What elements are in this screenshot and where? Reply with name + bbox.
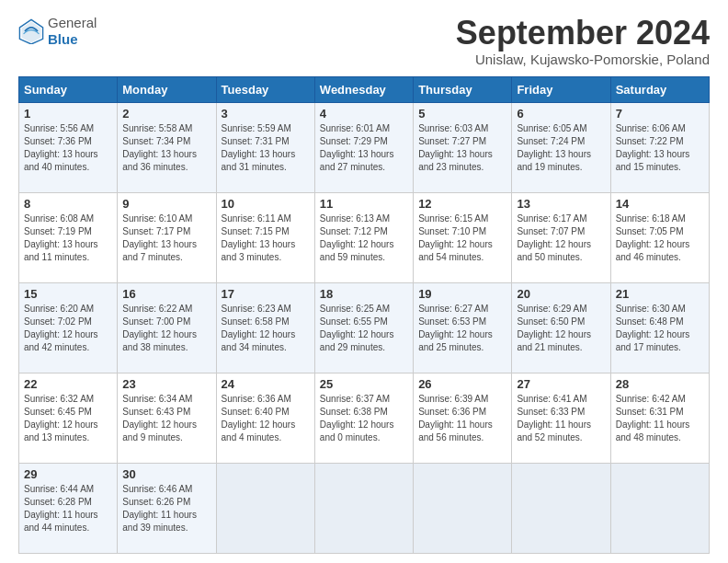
table-row: 6Sunrise: 6:05 AM Sunset: 7:24 PM Daylig… [512,102,610,192]
day-info: Sunrise: 6:01 AM Sunset: 7:29 PM Dayligh… [320,122,408,174]
day-info: Sunrise: 5:56 AM Sunset: 7:36 PM Dayligh… [24,122,112,174]
day-number: 22 [24,377,112,391]
col-thursday: Thursday [414,76,512,102]
day-info: Sunrise: 6:27 AM Sunset: 6:53 PM Dayligh… [418,303,506,354]
table-row [216,463,314,553]
table-row: 11Sunrise: 6:13 AM Sunset: 7:12 PM Dayli… [314,192,413,282]
col-tuesday: Tuesday [216,76,314,102]
day-info: Sunrise: 6:46 AM Sunset: 6:26 PM Dayligh… [122,483,210,534]
day-info: Sunrise: 6:30 AM Sunset: 6:48 PM Dayligh… [616,303,704,354]
title-block: September 2024 Unislaw, Kujawsko-Pomorsk… [456,15,710,67]
day-info: Sunrise: 6:17 AM Sunset: 7:07 PM Dayligh… [517,213,605,264]
day-number: 29 [24,467,112,481]
day-number: 30 [122,467,210,481]
day-number: 25 [320,377,408,391]
table-row: 27Sunrise: 6:41 AM Sunset: 6:33 PM Dayli… [512,373,610,463]
day-info: Sunrise: 6:44 AM Sunset: 6:28 PM Dayligh… [24,483,112,534]
day-number: 6 [517,107,605,121]
col-friday: Friday [512,76,610,102]
day-info: Sunrise: 6:23 AM Sunset: 6:58 PM Dayligh… [222,303,310,354]
day-number: 4 [320,107,408,121]
table-row: 26Sunrise: 6:39 AM Sunset: 6:36 PM Dayli… [414,373,512,463]
day-number: 24 [222,377,310,391]
header: General Blue September 2024 Unislaw, Kuj… [18,15,710,67]
calendar-week-row: 29Sunrise: 6:44 AM Sunset: 6:28 PM Dayli… [19,463,710,553]
day-number: 7 [616,107,704,121]
table-row: 10Sunrise: 6:11 AM Sunset: 7:15 PM Dayli… [216,192,314,282]
day-number: 11 [320,197,408,211]
location: Unislaw, Kujawsko-Pomorskie, Poland [456,52,710,67]
table-row [610,463,709,553]
calendar-header-row: Sunday Monday Tuesday Wednesday Thursday… [19,76,710,102]
calendar-week-row: 22Sunrise: 6:32 AM Sunset: 6:45 PM Dayli… [19,373,710,463]
day-info: Sunrise: 6:25 AM Sunset: 6:55 PM Dayligh… [320,303,408,354]
day-info: Sunrise: 6:08 AM Sunset: 7:19 PM Dayligh… [24,213,112,264]
table-row: 9Sunrise: 6:10 AM Sunset: 7:17 PM Daylig… [118,192,216,282]
day-info: Sunrise: 6:39 AM Sunset: 6:36 PM Dayligh… [418,393,506,444]
day-info: Sunrise: 6:37 AM Sunset: 6:38 PM Dayligh… [320,393,408,444]
day-number: 14 [616,197,704,211]
table-row [512,463,610,553]
day-number: 13 [517,197,605,211]
table-row: 12Sunrise: 6:15 AM Sunset: 7:10 PM Dayli… [414,192,512,282]
day-info: Sunrise: 6:22 AM Sunset: 7:00 PM Dayligh… [122,303,210,354]
table-row: 25Sunrise: 6:37 AM Sunset: 6:38 PM Dayli… [314,373,413,463]
day-number: 10 [222,197,310,211]
day-info: Sunrise: 6:41 AM Sunset: 6:33 PM Dayligh… [517,393,605,444]
day-number: 17 [222,287,310,301]
day-info: Sunrise: 6:10 AM Sunset: 7:17 PM Dayligh… [122,213,210,264]
calendar-week-row: 15Sunrise: 6:20 AM Sunset: 7:02 PM Dayli… [19,282,710,373]
table-row: 23Sunrise: 6:34 AM Sunset: 6:43 PM Dayli… [118,373,216,463]
day-info: Sunrise: 6:34 AM Sunset: 6:43 PM Dayligh… [122,393,210,444]
logo-blue-text: Blue [48,31,78,47]
day-number: 26 [418,377,506,391]
day-number: 2 [122,107,210,121]
table-row: 17Sunrise: 6:23 AM Sunset: 6:58 PM Dayli… [216,282,314,373]
day-number: 8 [24,197,112,211]
table-row: 14Sunrise: 6:18 AM Sunset: 7:05 PM Dayli… [610,192,709,282]
table-row: 13Sunrise: 6:17 AM Sunset: 7:07 PM Dayli… [512,192,610,282]
day-number: 15 [24,287,112,301]
calendar: Sunday Monday Tuesday Wednesday Thursday… [18,76,710,554]
table-row: 5Sunrise: 6:03 AM Sunset: 7:27 PM Daylig… [414,102,512,192]
col-saturday: Saturday [610,76,709,102]
day-info: Sunrise: 6:03 AM Sunset: 7:27 PM Dayligh… [418,122,506,174]
day-info: Sunrise: 5:59 AM Sunset: 7:31 PM Dayligh… [222,122,310,174]
day-info: Sunrise: 6:13 AM Sunset: 7:12 PM Dayligh… [320,213,408,264]
day-number: 1 [24,107,112,121]
table-row: 1Sunrise: 5:56 AM Sunset: 7:36 PM Daylig… [19,102,118,192]
day-number: 27 [517,377,605,391]
table-row: 16Sunrise: 6:22 AM Sunset: 7:00 PM Dayli… [118,282,216,373]
table-row: 7Sunrise: 6:06 AM Sunset: 7:22 PM Daylig… [610,102,709,192]
table-row: 2Sunrise: 5:58 AM Sunset: 7:34 PM Daylig… [118,102,216,192]
table-row: 19Sunrise: 6:27 AM Sunset: 6:53 PM Dayli… [414,282,512,373]
day-number: 18 [320,287,408,301]
month-year: September 2024 [456,15,710,52]
table-row: 28Sunrise: 6:42 AM Sunset: 6:31 PM Dayli… [610,373,709,463]
table-row: 18Sunrise: 6:25 AM Sunset: 6:55 PM Dayli… [314,282,413,373]
table-row: 22Sunrise: 6:32 AM Sunset: 6:45 PM Dayli… [19,373,118,463]
day-info: Sunrise: 5:58 AM Sunset: 7:34 PM Dayligh… [122,122,210,174]
table-row: 24Sunrise: 6:36 AM Sunset: 6:40 PM Dayli… [216,373,314,463]
table-row: 4Sunrise: 6:01 AM Sunset: 7:29 PM Daylig… [314,102,413,192]
col-wednesday: Wednesday [314,76,413,102]
calendar-week-row: 1Sunrise: 5:56 AM Sunset: 7:36 PM Daylig… [19,102,710,192]
table-row: 15Sunrise: 6:20 AM Sunset: 7:02 PM Dayli… [19,282,118,373]
table-row: 21Sunrise: 6:30 AM Sunset: 6:48 PM Dayli… [610,282,709,373]
day-number: 21 [616,287,704,301]
day-info: Sunrise: 6:11 AM Sunset: 7:15 PM Dayligh… [222,213,310,264]
day-number: 16 [122,287,210,301]
table-row: 20Sunrise: 6:29 AM Sunset: 6:50 PM Dayli… [512,282,610,373]
day-info: Sunrise: 6:36 AM Sunset: 6:40 PM Dayligh… [222,393,310,444]
day-number: 12 [418,197,506,211]
day-info: Sunrise: 6:42 AM Sunset: 6:31 PM Dayligh… [616,393,704,444]
day-info: Sunrise: 6:15 AM Sunset: 7:10 PM Dayligh… [418,213,506,264]
table-row: 3Sunrise: 5:59 AM Sunset: 7:31 PM Daylig… [216,102,314,192]
day-info: Sunrise: 6:18 AM Sunset: 7:05 PM Dayligh… [616,213,704,264]
logo-icon [18,18,44,44]
day-info: Sunrise: 6:06 AM Sunset: 7:22 PM Dayligh… [616,122,704,174]
day-number: 28 [616,377,704,391]
day-number: 23 [122,377,210,391]
page: General Blue September 2024 Unislaw, Kuj… [0,0,728,563]
table-row [314,463,413,553]
